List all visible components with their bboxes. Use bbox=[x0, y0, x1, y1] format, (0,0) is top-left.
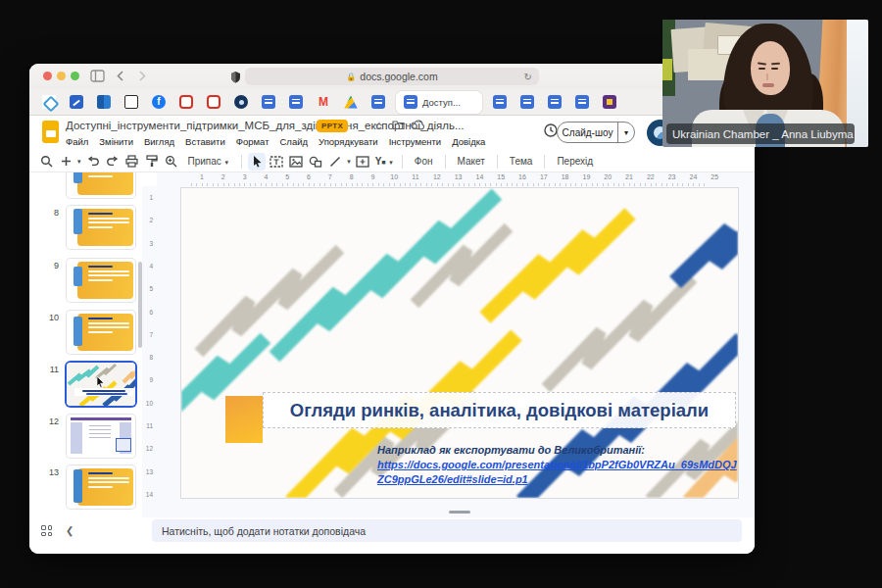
slide-thumbnail-13[interactable] bbox=[67, 466, 135, 509]
zoom-add-icon[interactable] bbox=[57, 153, 74, 171]
slideshow-caret-icon[interactable]: ▾ bbox=[618, 128, 634, 137]
slide-thumbnail-10[interactable] bbox=[67, 311, 135, 354]
bookmark-tab-doc[interactable] bbox=[514, 91, 541, 113]
paint-format-icon[interactable] bbox=[143, 153, 161, 171]
page-favicon bbox=[124, 95, 138, 109]
back-button[interactable] bbox=[116, 69, 124, 86]
slide-canvas: 1234567891011121314151617181920212223242… bbox=[157, 172, 755, 517]
slideshow-button[interactable]: Слайд-шоу ▾ bbox=[557, 122, 635, 143]
notes-drag-handle[interactable] bbox=[449, 511, 470, 514]
webcam-video-tile[interactable]: Ukrainian Chamber _ Anna Liubyma bbox=[662, 20, 868, 147]
bookmark-tab-page[interactable] bbox=[118, 91, 145, 113]
bookmark-tab-gmail[interactable] bbox=[310, 91, 337, 113]
print-icon[interactable] bbox=[123, 153, 141, 171]
insert-placeholder-icon[interactable] bbox=[354, 153, 371, 171]
bookmark-tab-navy[interactable] bbox=[227, 91, 255, 113]
insert-line-icon[interactable] bbox=[326, 153, 344, 171]
menu-item[interactable]: Змінити bbox=[99, 136, 133, 147]
select-tool-icon[interactable] bbox=[248, 153, 266, 171]
insert-image-icon[interactable] bbox=[287, 153, 305, 171]
privacy-shield-icon[interactable] bbox=[230, 70, 241, 87]
bookmark-tab-red[interactable] bbox=[172, 91, 200, 113]
background-button[interactable]: Фон bbox=[415, 156, 433, 167]
pen-favicon bbox=[70, 95, 83, 109]
slide-thumbnail-8[interactable] bbox=[67, 206, 135, 249]
address-text: docs.google.com bbox=[360, 71, 437, 82]
font-tool[interactable]: Y■ ▾ bbox=[375, 156, 394, 167]
forward-button[interactable] bbox=[138, 69, 147, 86]
menu-item[interactable]: Слайд bbox=[279, 136, 308, 147]
ruler-number: 2 bbox=[221, 173, 225, 180]
text-box-icon[interactable] bbox=[268, 153, 285, 171]
bookmark-tab-doc[interactable] bbox=[365, 91, 392, 113]
slide-accent-square bbox=[225, 396, 263, 443]
grid-view-icon[interactable] bbox=[41, 525, 52, 536]
minimize-window-button[interactable] bbox=[57, 72, 66, 80]
menu-item[interactable]: Інструменти bbox=[389, 136, 442, 147]
menu-item[interactable]: Вставити bbox=[185, 136, 225, 147]
bookmark-tab-doc[interactable] bbox=[255, 91, 282, 113]
slide-filmstrip: 8910111213 bbox=[29, 172, 142, 517]
bookmark-tab-drive[interactable] bbox=[337, 91, 365, 113]
bookmark-tab-pen[interactable] bbox=[63, 91, 90, 113]
cloud-status-icon[interactable] bbox=[411, 120, 424, 132]
ruler-number: 7 bbox=[142, 331, 153, 338]
star-icon[interactable]: ☆ bbox=[374, 120, 384, 132]
ruler-number: 1 bbox=[142, 194, 153, 201]
facebook-favicon bbox=[152, 95, 166, 109]
sidebar-icon[interactable] bbox=[90, 69, 105, 86]
search-menus-icon[interactable] bbox=[37, 153, 55, 171]
slide-thumbnail-partial[interactable] bbox=[67, 172, 135, 198]
bookmark-tab-doc[interactable] bbox=[541, 91, 568, 113]
bookmark-tab-purple[interactable] bbox=[596, 91, 623, 113]
speaker-notes-input[interactable]: Натисніть, щоб додати нотатки доповідача bbox=[152, 519, 742, 542]
doc-favicon bbox=[548, 95, 562, 109]
menu-item[interactable]: Формат bbox=[236, 136, 270, 147]
bookmark-tab-diamond[interactable] bbox=[35, 91, 63, 113]
ruler-number: 13 bbox=[142, 468, 153, 475]
slide-number: 13 bbox=[37, 467, 59, 477]
bookmark-tab-word[interactable] bbox=[90, 91, 118, 113]
current-slide[interactable]: Огляди ринків, аналітика, довідкові мате… bbox=[181, 188, 738, 498]
fit-zoom-select[interactable]: Припас ▾ bbox=[188, 156, 230, 167]
menu-bar: ФайлЗмінитиВиглядВставитиФорматСлайдУпор… bbox=[66, 136, 485, 147]
transition-button[interactable]: Перехід bbox=[557, 156, 593, 167]
menu-item[interactable]: Упорядкувати bbox=[318, 136, 378, 147]
redo-icon[interactable] bbox=[104, 153, 122, 171]
theme-button[interactable]: Тема bbox=[510, 156, 533, 167]
bookmark-tab-doc[interactable] bbox=[282, 91, 310, 113]
move-folder-icon[interactable] bbox=[392, 120, 405, 132]
bookmark-tab-doc[interactable] bbox=[568, 91, 596, 113]
bookmark-tab-red[interactable] bbox=[200, 91, 227, 113]
ruler-number: 3 bbox=[243, 173, 247, 180]
zoom-icon[interactable] bbox=[163, 153, 180, 171]
menu-item[interactable]: Файл bbox=[66, 136, 88, 147]
slide-title-box[interactable]: Огляди ринків, аналітика, довідкові мате… bbox=[263, 392, 736, 428]
ruler-number: 4 bbox=[142, 263, 153, 270]
bookmark-tab-doc[interactable] bbox=[486, 91, 514, 113]
undo-icon[interactable] bbox=[84, 153, 102, 171]
close-window-button[interactable] bbox=[43, 72, 52, 80]
slide-link-line2[interactable]: ZC9ppGLe26/edit#slide=id.p1 bbox=[377, 472, 735, 487]
slide-subtitle-box[interactable]: Наприклад як експортувати до Великобрита… bbox=[377, 441, 735, 487]
bookmark-tab-facebook[interactable] bbox=[145, 91, 172, 113]
menu-item[interactable]: Довідка bbox=[452, 136, 485, 147]
layout-button[interactable]: Макет bbox=[458, 156, 485, 167]
insert-shape-icon[interactable] bbox=[307, 153, 324, 171]
slide-thumbnail-12[interactable] bbox=[67, 415, 135, 458]
slide-thumbnail-9[interactable] bbox=[67, 259, 135, 302]
address-bar[interactable]: 🔒 docs.google.com ↻ bbox=[245, 68, 539, 85]
slide-thumbnail-11[interactable] bbox=[67, 363, 135, 406]
google-slides-logo[interactable] bbox=[42, 121, 59, 143]
ruler-number: 2 bbox=[142, 217, 153, 223]
doc-favicon bbox=[371, 95, 385, 109]
zoom-window-button[interactable] bbox=[71, 72, 79, 80]
ruler-number: 6 bbox=[307, 173, 311, 180]
reload-icon[interactable]: ↻ bbox=[524, 72, 532, 82]
active-tab[interactable]: Доступ... bbox=[396, 91, 482, 114]
slide-lead-text: Наприклад як експортувати до Великобрита… bbox=[377, 444, 645, 456]
menu-item[interactable]: Вигляд bbox=[144, 136, 174, 147]
collapse-filmstrip-icon[interactable]: ❮ bbox=[66, 525, 74, 536]
ruler-number: 25 bbox=[710, 173, 718, 180]
slide-link-line1[interactable]: https://docs.google.com/presentation/d/1… bbox=[377, 458, 735, 472]
